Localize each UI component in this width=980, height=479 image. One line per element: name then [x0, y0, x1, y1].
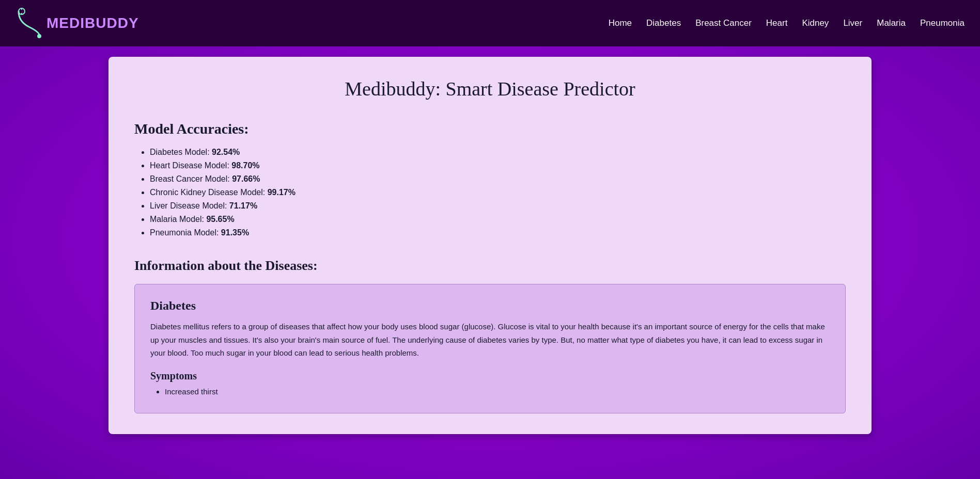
nav-item-kidney[interactable]: Kidney [802, 18, 829, 28]
nav-item-pneumonia[interactable]: Pneumonia [920, 18, 965, 28]
diabetes-title: Diabetes [150, 299, 830, 313]
nav-item-liver[interactable]: Liver [843, 18, 862, 28]
info-diseases-heading: Information about the Diseases: [134, 258, 846, 274]
accuracy-item-breast-cancer: Breast Cancer Model: 97.66% [150, 174, 846, 184]
symptom-item-increased-thirst: Increased thirst [165, 387, 830, 396]
page-title: Medibuddy: Smart Disease Predictor [134, 77, 846, 100]
main-wrapper: Medibuddy: Smart Disease Predictor Model… [0, 46, 980, 444]
accuracy-item-pneumonia: Pneumonia Model: 91.35% [150, 228, 846, 237]
model-accuracies-heading: Model Accuracies: [134, 121, 846, 137]
accuracy-item-liver: Liver Disease Model: 71.17% [150, 201, 846, 211]
content-card: Medibuddy: Smart Disease Predictor Model… [108, 57, 872, 434]
logo[interactable]: MEDIBUDDY [15, 7, 139, 39]
nav-item-home[interactable]: Home [609, 18, 632, 28]
logo-text: MEDIBUDDY [46, 15, 139, 31]
accuracy-item-diabetes: Diabetes Model: 92.54% [150, 148, 846, 157]
symptoms-list: Increased thirst [150, 387, 830, 396]
svg-point-1 [37, 34, 41, 38]
accuracy-item-kidney: Chronic Kidney Disease Model: 99.17% [150, 188, 846, 197]
diabetes-description: Diabetes mellitus refers to a group of d… [150, 320, 830, 360]
nav-links: Home Diabetes Breast Cancer Heart Kidney… [609, 18, 965, 28]
nav-item-breast-cancer[interactable]: Breast Cancer [695, 18, 752, 28]
diabetes-card: Diabetes Diabetes mellitus refers to a g… [134, 284, 846, 413]
accuracy-item-malaria: Malaria Model: 95.65% [150, 215, 846, 224]
symptoms-heading: Symptoms [150, 370, 830, 382]
accuracy-list: Diabetes Model: 92.54% Heart Disease Mod… [134, 148, 846, 237]
stethoscope-icon [15, 7, 42, 39]
navbar: MEDIBUDDY Home Diabetes Breast Cancer He… [0, 0, 980, 46]
nav-item-malaria[interactable]: Malaria [877, 18, 906, 28]
nav-item-heart[interactable]: Heart [766, 18, 788, 28]
nav-item-diabetes[interactable]: Diabetes [646, 18, 681, 28]
accuracy-item-heart: Heart Disease Model: 98.70% [150, 161, 846, 170]
